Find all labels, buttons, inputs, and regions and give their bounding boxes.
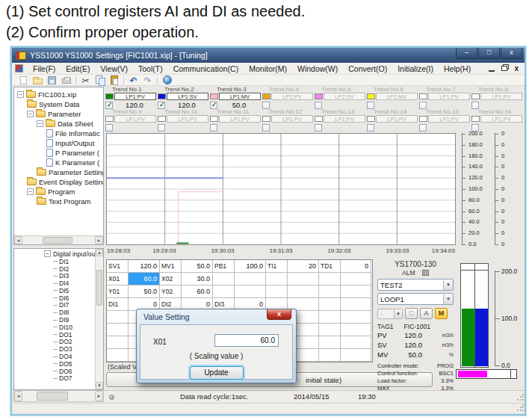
save-button[interactable] [46, 75, 58, 85]
table-cell-label[interactable] [319, 311, 341, 324]
aux-select[interactable]: - ▼ [377, 309, 403, 319]
online-button[interactable] [161, 75, 173, 85]
tree-item[interactable]: DI7 [14, 302, 103, 309]
tree-item[interactable]: DO6 [14, 368, 103, 375]
tree-item[interactable]: −Data Sheet [14, 119, 103, 129]
paste-button[interactable] [108, 75, 120, 85]
trend-checkbox[interactable] [419, 124, 427, 132]
chevron-down-icon[interactable]: ▼ [443, 280, 453, 290]
menu-item-9[interactable]: Initialize(I) [392, 64, 439, 73]
scroll-thumb[interactable] [37, 392, 68, 401]
collapse-icon[interactable]: − [44, 250, 51, 257]
trend-checkbox[interactable] [367, 102, 374, 109]
tree-item[interactable]: DI1 [14, 258, 103, 265]
tree-item[interactable]: −Program [14, 187, 103, 197]
collapse-icon[interactable]: − [17, 91, 24, 98]
tree-item[interactable]: DI6 [14, 294, 103, 302]
table-cell-label[interactable]: Y02 [160, 285, 182, 298]
table-cell-value[interactable] [235, 273, 266, 285]
table-cell-label[interactable] [213, 285, 235, 298]
loop-select[interactable]: LOOP1 ▼ [377, 293, 454, 305]
value-input[interactable]: 60.0 [214, 334, 279, 347]
auto-button[interactable]: A [420, 308, 433, 319]
cut-button[interactable] [79, 75, 92, 85]
table-cell-value[interactable]: 30.0 [182, 273, 213, 285]
table-cell-label[interactable]: TI1 [266, 260, 288, 273]
dialog-close-button[interactable]: x [267, 309, 291, 320]
table-cell-value[interactable]: 50.0 [182, 260, 213, 273]
table-cell-label[interactable] [319, 336, 341, 349]
tree-item[interactable]: −Digital input/outpu [14, 250, 103, 258]
manual-button[interactable]: M [435, 308, 448, 319]
tree-item[interactable]: Parameter Setting [14, 167, 103, 177]
menu-item-7[interactable]: Window(W) [292, 64, 343, 73]
open-button[interactable] [31, 75, 44, 85]
tree-item[interactable]: DO5 [14, 360, 103, 368]
table-cell-label[interactable]: Y01 [107, 285, 129, 298]
copy-button[interactable] [93, 75, 106, 85]
menu-item-5[interactable]: Communication(C) [168, 64, 244, 73]
tree-item[interactable]: Input/Output [14, 138, 103, 148]
tree-item[interactable]: DI4 [14, 280, 103, 287]
maximize-button[interactable]: □ [478, 48, 500, 59]
update-button[interactable]: Update [190, 366, 244, 380]
trend-checkbox[interactable] [158, 102, 165, 109]
chevron-down-icon[interactable]: ▼ [394, 309, 402, 318]
table-cell-value[interactable] [235, 285, 266, 298]
tree-item[interactable]: System Data [14, 99, 103, 109]
table-cell-label[interactable] [107, 336, 129, 349]
tree-item[interactable]: DO2 [14, 339, 103, 346]
scroll-left-icon[interactable]: ◄ [14, 391, 22, 401]
tree-item[interactable]: DI8 [14, 309, 103, 316]
tree-item[interactable]: −FIC1001.xip [14, 90, 103, 99]
table-cell-label[interactable] [319, 349, 341, 362]
title-bar[interactable]: YSS1000 YS1000 Settings [FIC1001.xip] - … [12, 48, 525, 63]
menu-item-6[interactable]: Monitor(M) [244, 64, 292, 73]
new-button[interactable] [17, 75, 30, 85]
trend-checkbox[interactable] [471, 102, 479, 109]
io-tree-vscrollbar[interactable]: ▲▼ [95, 249, 103, 389]
table-cell-label[interactable] [319, 298, 341, 311]
trend-checkbox[interactable] [105, 102, 113, 109]
menu-item-8[interactable]: Convert(O) [343, 64, 392, 73]
collapse-icon[interactable]: − [37, 120, 43, 127]
table-cell-value[interactable]: 60.0 [182, 285, 213, 298]
menu-item-2[interactable]: Edit(E) [61, 64, 95, 73]
table-cell-value[interactable] [341, 349, 371, 362]
tree-hscrollbar[interactable]: ◄► [14, 235, 103, 244]
table-cell-label[interactable]: X02 [160, 273, 182, 285]
scroll-up-icon[interactable]: ▲ [96, 249, 103, 256]
menu-item-1[interactable]: File(F) [28, 64, 61, 73]
table-cell-value[interactable] [341, 324, 371, 336]
tree-item[interactable]: K Parameter ( [14, 158, 103, 167]
tree-item[interactable]: DO1 [14, 331, 103, 339]
menu-item-3[interactable]: View(V) [95, 64, 133, 73]
tree-item[interactable]: Text Program [14, 197, 103, 206]
table-cell-label[interactable] [213, 273, 235, 285]
tree-item[interactable]: DO7 [14, 375, 103, 383]
print-button[interactable] [60, 75, 72, 85]
table-cell-label[interactable] [319, 273, 341, 285]
resize-grip-icon[interactable] [516, 404, 524, 412]
table-cell-value[interactable] [341, 285, 371, 298]
table-cell-label[interactable] [107, 349, 129, 362]
collapse-icon[interactable]: − [27, 111, 34, 117]
cascade-button[interactable]: C [405, 308, 418, 319]
device-select[interactable]: TEST2 ▼ [377, 279, 454, 291]
table-cell-value[interactable]: 60.0 [129, 273, 160, 285]
chevron-down-icon[interactable]: ▼ [443, 294, 453, 304]
trend-checkbox[interactable] [419, 102, 427, 109]
mdi-restore-icon[interactable] [501, 66, 507, 71]
redo-button[interactable] [141, 75, 154, 85]
table-cell-label[interactable] [319, 324, 341, 336]
table-cell-label[interactable] [107, 311, 129, 324]
table-cell-label[interactable]: TD1 [319, 260, 341, 273]
table-cell-value[interactable] [341, 298, 371, 311]
table-cell-value[interactable] [341, 273, 371, 285]
table-cell-value[interactable]: 0 [341, 260, 371, 273]
mdi-close-icon[interactable]: x [514, 65, 519, 72]
table-cell-label[interactable] [266, 285, 288, 298]
trend-checkbox[interactable] [158, 124, 165, 132]
tree-item[interactable]: DI3 [14, 272, 103, 280]
trend-checkbox[interactable] [210, 124, 217, 132]
